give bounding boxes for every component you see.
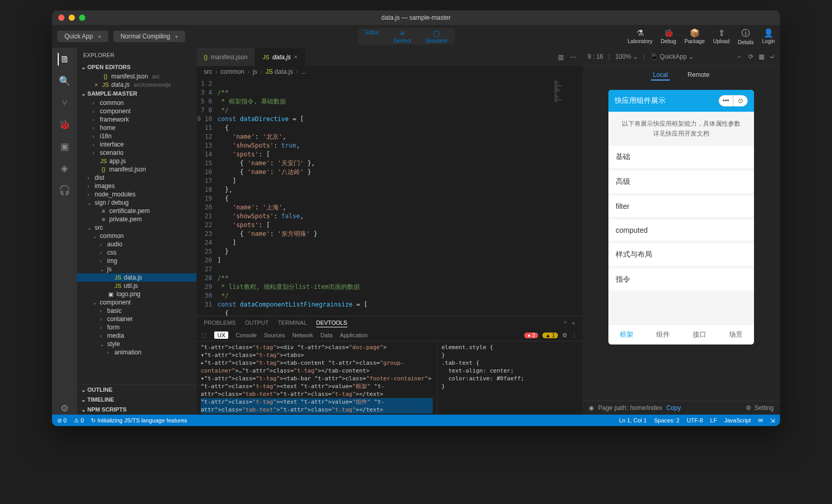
tree-item[interactable]: ›framework bbox=[77, 115, 197, 124]
styles-pane[interactable]: element.style { } .tab-text { text-align… bbox=[437, 341, 582, 415]
close-window[interactable] bbox=[58, 15, 64, 21]
extensions-icon[interactable]: ▣ bbox=[58, 140, 71, 153]
tree-item[interactable]: ›home bbox=[77, 124, 197, 132]
editor-tab[interactable]: {}manifest.json bbox=[197, 48, 255, 66]
devtool-tab-sources[interactable]: Sources bbox=[264, 332, 285, 338]
tree-item[interactable]: ›css bbox=[77, 248, 197, 257]
tree-item[interactable]: JSdata.js bbox=[77, 273, 197, 282]
panel-tab-output[interactable]: OUTPUT bbox=[245, 319, 268, 327]
capsule-close-icon[interactable]: ⊙ bbox=[733, 95, 748, 107]
phone-list-item[interactable]: computed bbox=[608, 220, 754, 241]
devtool-tab-console[interactable]: Console bbox=[236, 332, 256, 338]
tree-item[interactable]: ⌄common bbox=[77, 232, 197, 240]
panel-maximize-icon[interactable]: ^ bbox=[564, 319, 566, 327]
minimap[interactable]: ████████████████████████████████████████… bbox=[551, 77, 582, 316]
toolbar-debug[interactable]: 🐞Debug bbox=[661, 28, 676, 45]
tree-item[interactable]: ›interface bbox=[77, 140, 197, 149]
timeline-header[interactable]: TIMELINE bbox=[77, 395, 197, 405]
tree-item[interactable]: JSapp.js bbox=[77, 157, 197, 165]
minimize-window[interactable] bbox=[69, 15, 75, 21]
element-picker-icon[interactable]: ⬚ bbox=[202, 332, 207, 339]
refresh-icon[interactable]: ⟳ bbox=[748, 53, 753, 60]
dom-tree[interactable]: "t-attr">class="t-tag"><div "t-attr">cla… bbox=[197, 341, 437, 415]
more-icon[interactable]: ⋯ bbox=[570, 54, 576, 61]
tree-item[interactable]: ›scenario bbox=[77, 149, 197, 157]
phone-footer-tab[interactable]: 框架 bbox=[608, 325, 645, 344]
toolbar-login[interactable]: 👤Login bbox=[762, 28, 775, 45]
tree-item[interactable]: ⌄style bbox=[77, 340, 197, 348]
devtool-tab-data[interactable]: Data bbox=[320, 332, 332, 338]
chat-icon[interactable]: 🎧 bbox=[58, 184, 71, 196]
project-header[interactable]: SAMPLE-MASTER bbox=[77, 89, 197, 99]
devtools-settings-icon[interactable]: ⚙ bbox=[562, 332, 567, 339]
phone-footer-tab[interactable]: 接口 bbox=[681, 325, 718, 344]
open-editors-header[interactable]: OPEN EDITORS bbox=[77, 62, 197, 72]
tree-item[interactable]: ≡certificate.pem bbox=[77, 207, 197, 215]
open-editor-item[interactable]: ×JSdata.jssrc/common/js bbox=[77, 81, 197, 89]
setting-label[interactable]: Setting bbox=[755, 404, 774, 412]
panel-tab-problems[interactable]: PROBLEMS bbox=[204, 319, 236, 327]
tree-item[interactable]: ⌄sign / debug bbox=[77, 198, 197, 207]
toolbar-editor[interactable]: Editor bbox=[358, 28, 386, 45]
debug-icon[interactable]: 🐞 bbox=[58, 118, 71, 131]
maximize-window[interactable] bbox=[79, 15, 85, 21]
phone-list-item[interactable]: 高级 bbox=[608, 171, 754, 193]
tree-item[interactable]: ›img bbox=[77, 257, 197, 265]
tree-item[interactable]: {}manifest.json bbox=[77, 165, 197, 174]
tree-item[interactable]: ›component bbox=[77, 107, 197, 115]
devtool-tab-application[interactable]: Application bbox=[340, 332, 368, 338]
tree-item[interactable]: ›node_modules bbox=[77, 190, 197, 198]
tree-item[interactable]: ›container bbox=[77, 315, 197, 323]
error-badge[interactable]: ● 3 bbox=[524, 333, 538, 338]
tree-item[interactable]: ›images bbox=[77, 182, 197, 190]
tree-item[interactable]: ›audio bbox=[77, 240, 197, 248]
explorer-icon[interactable]: 🗎 bbox=[58, 53, 70, 65]
devtool-tab-ux[interactable]: UX bbox=[214, 331, 228, 339]
code-editor[interactable]: 1 2 3 4 5 6 7 8 9 10 11 12 13 14 15 16 1… bbox=[197, 77, 582, 316]
tree-item[interactable]: ›common bbox=[77, 99, 197, 107]
phone-footer-tab[interactable]: 组件 bbox=[645, 325, 681, 344]
phone-list-item[interactable]: 基础 bbox=[608, 146, 754, 168]
tree-item[interactable]: ⌄component bbox=[77, 298, 197, 307]
layers-icon[interactable]: ◈ bbox=[58, 162, 71, 175]
tab-local[interactable]: Local bbox=[651, 70, 670, 81]
tree-item[interactable]: JSutil.js bbox=[77, 282, 197, 290]
tree-item[interactable]: ›media bbox=[77, 331, 197, 340]
code-content[interactable]: /** * 框架指令, 基础数据 */ const dataDirective … bbox=[217, 77, 551, 316]
tree-item[interactable]: ›i18n bbox=[77, 132, 197, 140]
devtool-tab-network[interactable]: Network bbox=[292, 332, 313, 338]
panel-tab-devtools[interactable]: DEVTOOLS bbox=[316, 319, 347, 327]
editor-tab[interactable]: JSdata.js× bbox=[255, 48, 305, 66]
toolbar-devtool[interactable]: ≡Devtool bbox=[386, 28, 419, 45]
panel-close-icon[interactable]: × bbox=[572, 319, 575, 327]
preview-device[interactable]: 📱 QuickApp ⌄ bbox=[650, 53, 694, 60]
capsule-more-icon[interactable]: ••• bbox=[719, 95, 733, 107]
outline-header[interactable]: OUTLINE bbox=[77, 384, 197, 395]
app-dropdown[interactable]: Quick App bbox=[57, 31, 108, 42]
toolbar-package[interactable]: 📦Package bbox=[684, 28, 705, 45]
open-editor-item[interactable]: {}manifest.jsonsrc bbox=[77, 72, 197, 81]
phone-list-item[interactable]: filter bbox=[608, 196, 754, 217]
phone-footer-tab[interactable]: 场景 bbox=[718, 325, 754, 344]
panel-tab-terminal[interactable]: TERMINAL bbox=[278, 319, 307, 327]
tree-item[interactable]: ▣logo.png bbox=[77, 290, 197, 298]
back-icon[interactable]: ← bbox=[737, 53, 743, 60]
compile-dropdown[interactable]: Normal Compiling bbox=[113, 31, 185, 42]
tree-item[interactable]: ⌄src bbox=[77, 223, 197, 232]
toolbar-laboratory[interactable]: ⚗Laboratory bbox=[628, 28, 653, 45]
split-editor-icon[interactable]: ▥ bbox=[558, 54, 564, 61]
phone-list-item[interactable]: 指令 bbox=[608, 269, 754, 290]
tree-item[interactable]: ›dist bbox=[77, 174, 197, 182]
toolbar-details[interactable]: ⓘDetails bbox=[738, 28, 754, 45]
tree-item[interactable]: ›form bbox=[77, 323, 197, 331]
devtools-more-icon[interactable]: ⋮ bbox=[571, 332, 577, 339]
tree-item[interactable]: ›basic bbox=[77, 307, 197, 315]
tree-item[interactable]: ›animation bbox=[77, 348, 197, 356]
breadcrumb[interactable]: src›common›js›JS data.js›... bbox=[197, 66, 582, 77]
warning-badge[interactable]: ▲ 1 bbox=[542, 333, 558, 338]
phone-list[interactable]: 基础高级filtercomputed样式与布局指令 bbox=[608, 146, 754, 324]
npm-header[interactable]: NPM SCRIPTS bbox=[77, 405, 197, 415]
toolbar-simulator[interactable]: ▢Simulator bbox=[418, 28, 454, 45]
phone-list-item[interactable]: 样式与布局 bbox=[608, 244, 754, 266]
setting-gear-icon[interactable]: ⚙ bbox=[746, 404, 751, 412]
